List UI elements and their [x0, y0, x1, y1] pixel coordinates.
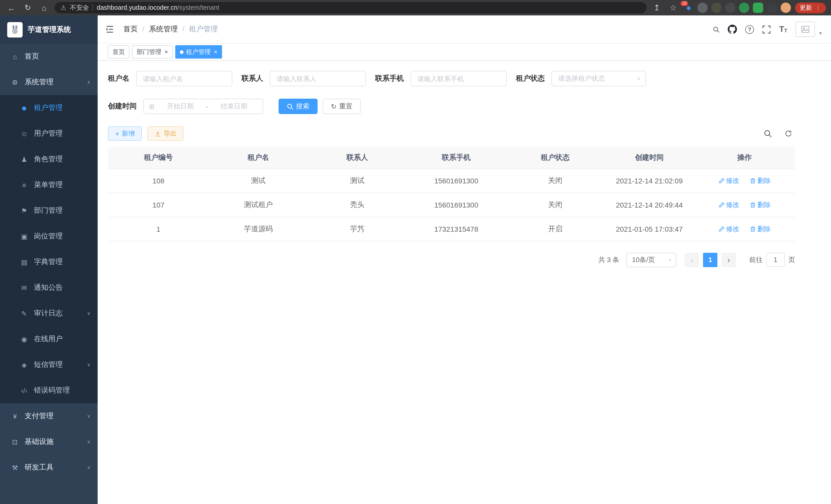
start-date-input[interactable]: 开始日期: [157, 102, 204, 111]
chevron-icon: ∧: [87, 80, 90, 85]
refresh-icon[interactable]: [782, 127, 795, 140]
app-header: 首页 系统管理 租户管理 ? TT: [98, 16, 831, 44]
column-header: 创建时间: [605, 147, 694, 169]
sidebar-item-home[interactable]: ⌂ 首页: [0, 44, 98, 69]
page-size-select[interactable]: 10条/页 ∨: [627, 253, 676, 267]
home-icon: ⌂: [9, 53, 21, 60]
sidebar-item-system[interactable]: ⚙ 系统管理 ∧: [0, 69, 98, 95]
fullscreen-icon[interactable]: [762, 25, 771, 34]
table-row: 1 芋道源码 芋艿 17321315478 开启 2021-01-05 17:0…: [108, 217, 795, 241]
gear-icon: ⚙: [9, 78, 21, 86]
tab-dept[interactable]: 部门管理 ×: [132, 45, 173, 59]
status-select[interactable]: 请选择租户状态 ∨: [551, 71, 646, 86]
filter-tenant-name: 租户名: [108, 71, 232, 86]
edit-button[interactable]: 修改: [718, 200, 740, 209]
edit-button[interactable]: 修改: [718, 176, 740, 185]
contact-input[interactable]: [270, 71, 366, 86]
sidebar-menu: ⌂ 首页 ⚙ 系统管理 ∧ ☻ 租户管理 ☺ 用户管理 ♟ 角色管理 ≡ 菜单管…: [0, 44, 98, 504]
profile-avatar-icon[interactable]: [781, 3, 791, 13]
browser-menu-icon[interactable]: ⋮: [815, 4, 821, 11]
tenant-name-input[interactable]: [136, 71, 232, 86]
reset-button[interactable]: ↻ 重置: [323, 99, 361, 114]
tool-icon: ⚒: [9, 464, 21, 471]
sidebar-item-audit-log[interactable]: ✎ 审计日志 ∨: [0, 301, 98, 326]
filter-label: 租户名: [108, 74, 130, 83]
bookmark-star-icon[interactable]: ☆: [667, 3, 679, 12]
post-icon: ▣: [19, 233, 30, 240]
chevron-down-icon: ∨: [637, 76, 640, 81]
extension-icon[interactable]: ◆10: [684, 3, 694, 13]
share-icon[interactable]: ↥: [651, 3, 663, 12]
toggle-search-icon[interactable]: [761, 127, 774, 140]
page-content: 租户名 联系人 联系手机 租户状态: [98, 61, 831, 504]
avatar[interactable]: [796, 22, 815, 37]
sidebar-item-dict[interactable]: ▤ 字典管理: [0, 249, 98, 275]
sidebar-item-dept[interactable]: ⚑ 部门管理: [0, 198, 98, 224]
tab-tenant[interactable]: 租户管理 ×: [175, 45, 222, 59]
add-button[interactable]: + 新增: [108, 126, 142, 141]
help-icon[interactable]: ?: [745, 25, 754, 34]
back-icon[interactable]: ←: [5, 3, 18, 12]
search-icon[interactable]: [713, 26, 719, 33]
url-text: dashboard.yudao.iocoder.cn/system/tenant: [97, 4, 220, 11]
sms-icon: ◈: [19, 361, 30, 368]
sidebar-item-menu[interactable]: ≡ 菜单管理: [0, 172, 98, 198]
extension-icon[interactable]: [711, 3, 721, 13]
sidebar-item-infra[interactable]: ⊡ 基础设施 ∨: [0, 429, 98, 455]
reload-icon[interactable]: ↻: [22, 3, 34, 12]
export-button[interactable]: 导出: [147, 126, 183, 141]
active-dot-icon: [180, 50, 183, 54]
trash-icon: [749, 202, 756, 208]
close-icon[interactable]: ×: [214, 48, 218, 56]
sidebar-item-devtool[interactable]: ⚒ 研发工具 ∨: [0, 455, 98, 480]
sidebar-item-tenant[interactable]: ☻ 租户管理: [0, 95, 98, 121]
app-logo: 芋道管理系统: [0, 16, 98, 44]
delete-button[interactable]: 删除: [749, 176, 771, 185]
end-date-input[interactable]: 结束日期: [210, 102, 257, 111]
pencil-icon: [718, 226, 725, 232]
extension-badge: 10: [681, 1, 688, 6]
tab-home[interactable]: 首页 ×: [108, 45, 130, 59]
github-icon[interactable]: [728, 25, 737, 34]
tab-bar: 首页 × 部门管理 × 租户管理 ×: [98, 44, 831, 61]
sidebar-item-pay[interactable]: ¥ 支付管理 ∨: [0, 403, 98, 429]
page-number-button[interactable]: 1: [703, 253, 717, 267]
column-header: 租户名: [209, 147, 308, 169]
search-button[interactable]: 搜索: [279, 99, 318, 114]
browser-toolbar: ← ↻ ⌂ ⚠ 不安全 dashboard.yudao.iocoder.cn/s…: [0, 0, 831, 16]
sidebar-item-notice[interactable]: ✉ 通知公告: [0, 275, 98, 301]
chevron-down-icon[interactable]: ▾: [819, 30, 822, 36]
delete-button[interactable]: 删除: [749, 224, 771, 234]
sidebar-item-online-user[interactable]: ◉ 在线用户: [0, 326, 98, 352]
extension-icon[interactable]: [767, 3, 777, 13]
sidebar-item-error-code[interactable]: ‹/› 错误码管理: [0, 378, 98, 403]
log-icon: ✎: [19, 309, 30, 317]
browser-home-icon[interactable]: ⌂: [38, 3, 50, 12]
date-range-picker[interactable]: ⊞ 开始日期 - 结束日期: [143, 99, 263, 114]
address-bar[interactable]: ⚠ 不安全 dashboard.yudao.iocoder.cn/system/…: [55, 2, 647, 13]
font-size-icon[interactable]: TT: [779, 25, 787, 34]
sidebar-item-post[interactable]: ▣ 岗位管理: [0, 224, 98, 249]
extension-icon[interactable]: [739, 3, 749, 13]
goto-page-input[interactable]: [766, 253, 785, 267]
sidebar-item-sms[interactable]: ◈ 短信管理 ∨: [0, 352, 98, 378]
next-page-button[interactable]: ›: [721, 253, 736, 267]
extension-icon[interactable]: [753, 3, 763, 13]
prev-page-button[interactable]: ‹: [685, 253, 699, 267]
extension-icon[interactable]: [697, 3, 708, 13]
breadcrumb-item[interactable]: 系统管理: [149, 25, 189, 34]
close-icon[interactable]: ×: [165, 48, 168, 56]
filter-status: 租户状态 请选择租户状态 ∨: [516, 71, 646, 86]
broken-image-icon: [801, 25, 809, 33]
delete-button[interactable]: 删除: [749, 200, 771, 209]
sidebar-toggle-icon[interactable]: [105, 25, 114, 34]
breadcrumb-item[interactable]: 首页: [123, 25, 149, 34]
edit-button[interactable]: 修改: [718, 224, 740, 234]
extension-icon[interactable]: [725, 3, 736, 13]
sidebar-item-role[interactable]: ♟ 角色管理: [0, 146, 98, 172]
phone-input[interactable]: [411, 71, 507, 86]
chevron-icon: ∨: [87, 414, 90, 419]
dict-icon: ▤: [19, 258, 30, 266]
update-button[interactable]: 更新⋮: [795, 2, 826, 13]
sidebar-item-user[interactable]: ☺ 用户管理: [0, 121, 98, 146]
